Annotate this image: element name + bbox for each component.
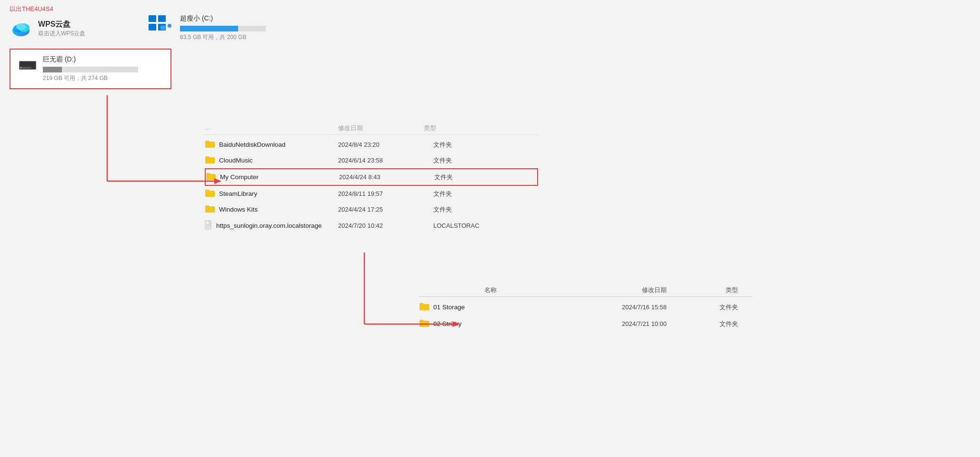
bottom-row-type: 文件夹 [667, 320, 738, 328]
col-header-date: 修改日期 [338, 124, 424, 132]
bottom-row[interactable]: 02 Stricky2024/7/21 10:00文件夹 [419, 315, 752, 332]
file-row-name-text: SteamLibrary [219, 190, 257, 197]
drive-c-size: 63.5 GB 可用，共 200 GB [180, 33, 266, 41]
bottom-file-list: 名称 修改日期 类型 01 Storage2024/7/16 15:58文件夹 … [419, 286, 752, 332]
file-row-type: 文件夹 [433, 190, 505, 198]
svg-point-6 [20, 67, 22, 69]
file-row-date: 2024/4/24 8:43 [339, 173, 434, 181]
folder-icon [205, 155, 215, 165]
file-row-date: 2024/8/11 19:57 [338, 190, 433, 197]
col-header-type: 类型 [424, 124, 481, 132]
file-row-type: LOCALSTORAC [433, 222, 505, 229]
annotation-top: 以出THE4U4S4 [10, 5, 181, 13]
folder-icon [206, 172, 216, 182]
file-row-name: My Computer [206, 172, 339, 182]
file-row-type: 文件夹 [433, 205, 505, 214]
svg-point-3 [16, 23, 26, 30]
file-row-date: 2024/6/14 23:58 [338, 157, 433, 164]
file-row-date: 2024/8/4 23:20 [338, 141, 433, 148]
bottom-row-name: 02 Stricky [419, 319, 562, 329]
bottom-col-date: 修改日期 [562, 286, 667, 295]
bottom-row-name-text: 01 Storage [433, 304, 465, 311]
file-row[interactable]: BaiduNetdiskDownload2024/8/4 23:20文件夹 [205, 137, 538, 152]
file-row[interactable]: SteamLibrary2024/8/11 19:57文件夹 [205, 186, 538, 202]
file-row-name: Windows Kits [205, 204, 338, 214]
wps-cloud-icon [10, 17, 32, 40]
file-icon [205, 220, 212, 231]
file-row-name: https_sunlogin.oray.com.localstorage [205, 220, 338, 231]
col-header-name: … [205, 124, 338, 132]
file-row-name: BaiduNetdiskDownload [205, 140, 338, 150]
svg-rect-8 [149, 15, 156, 22]
file-row-type: 文件夹 [434, 173, 506, 182]
file-row-type: 文件夹 [433, 141, 505, 149]
svg-rect-9 [158, 15, 166, 22]
bottom-folder-icon [419, 319, 430, 329]
drive-d-icon [18, 57, 37, 72]
drive-c-icon [148, 14, 167, 30]
file-row-type: 文件夹 [433, 156, 505, 165]
wps-cloud-subtitle: 双击进入WPS云盘 [38, 30, 85, 38]
bottom-folder-icon [419, 302, 430, 312]
bottom-row-name-text: 02 Stricky [433, 320, 461, 327]
file-row[interactable]: My Computer2024/4/24 8:43文件夹 [205, 168, 538, 186]
folder-icon [205, 189, 215, 199]
bottom-row-type: 文件夹 [667, 303, 738, 312]
file-list: … 修改日期 类型 BaiduNetdiskDownload2024/8/4 2… [205, 124, 538, 234]
drive-c-item[interactable]: 超瘦小 (C:) 63.5 GB 可用，共 200 GB [148, 14, 266, 41]
drive-d-item[interactable]: 巨无霸 (D:) 219 GB 可用，共 274 GB [10, 49, 171, 89]
drive-c-bar [180, 26, 266, 31]
file-row[interactable]: https_sunlogin.oray.com.localstorage2024… [205, 217, 538, 234]
file-row-name-text: My Computer [220, 173, 259, 181]
drive-d-bar [43, 67, 138, 72]
svg-rect-10 [149, 24, 156, 30]
svg-rect-14 [205, 221, 211, 229]
file-row-name-text: CloudMusic [219, 157, 253, 164]
drive-d-size: 219 GB 可用，共 274 GB [43, 74, 138, 82]
svg-point-13 [161, 26, 165, 30]
file-row-date: 2024/7/20 10:42 [338, 222, 433, 229]
bottom-row-date: 2024/7/21 10:00 [562, 320, 667, 327]
wps-cloud-title: WPS云盘 [38, 20, 85, 30]
file-row[interactable]: Windows Kits2024/4/24 17:25文件夹 [205, 202, 538, 217]
drive-c-name: 超瘦小 (C:) [180, 14, 266, 23]
file-row-name: SteamLibrary [205, 189, 338, 199]
folder-icon [205, 204, 215, 214]
bottom-row[interactable]: 01 Storage2024/7/16 15:58文件夹 [419, 299, 752, 315]
file-row-name-text: Windows Kits [219, 206, 258, 213]
file-row-name-text: https_sunlogin.oray.com.localstorage [216, 222, 322, 229]
file-row-date: 2024/4/24 17:25 [338, 206, 433, 213]
bottom-row-name: 01 Storage [419, 302, 562, 312]
folder-icon [205, 140, 215, 150]
bottom-col-type: 类型 [667, 286, 738, 295]
bottom-col-name: 名称 [419, 286, 562, 295]
file-row-name: CloudMusic [205, 155, 338, 165]
drive-d-name: 巨无霸 (D:) [43, 55, 138, 64]
svg-rect-7 [22, 67, 31, 69]
file-row[interactable]: CloudMusic2024/6/14 23:58文件夹 [205, 152, 538, 168]
bottom-row-date: 2024/7/16 15:58 [562, 304, 667, 311]
file-row-name-text: BaiduNetdiskDownload [219, 141, 286, 148]
